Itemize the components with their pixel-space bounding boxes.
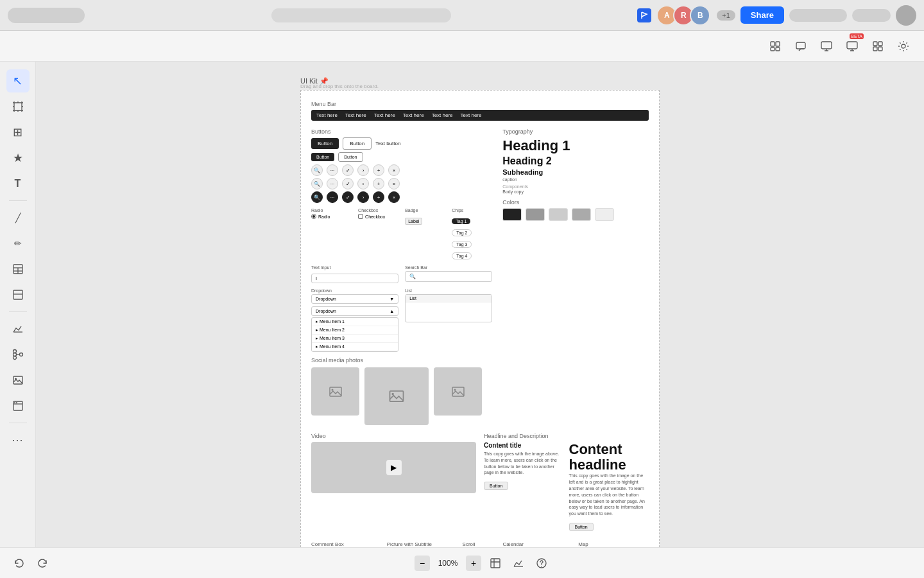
more-tool[interactable]: ··· bbox=[6, 428, 30, 451]
chip-1[interactable]: Tag 1 bbox=[452, 218, 470, 224]
dropdown-section: Dropdown Dropdown ▼ Dropdown ▲ bbox=[311, 288, 398, 352]
icon-btn-check[interactable]: ✓ bbox=[342, 164, 354, 176]
main-content-row: Buttons Button Button Text button Button… bbox=[311, 128, 649, 357]
components-tool[interactable]: ⊞ bbox=[6, 121, 30, 144]
icon-btn-plus[interactable]: + bbox=[373, 164, 384, 176]
canvas-area[interactable]: UI Kit 📌 Drag and drop this onto the boa… bbox=[36, 62, 924, 547]
dropdown-open-value: Dropdown bbox=[316, 309, 336, 313]
line-tool[interactable]: ╱ bbox=[6, 206, 30, 229]
caption: caption bbox=[502, 177, 638, 182]
comments-icon[interactable] bbox=[791, 36, 811, 57]
headline-button[interactable]: Button bbox=[569, 523, 594, 531]
color-row bbox=[502, 208, 638, 221]
icon-btn-search-2[interactable]: 🔍 bbox=[311, 178, 323, 189]
play-button[interactable]: ▶ bbox=[386, 460, 402, 475]
icon-btn-x-dark[interactable]: × bbox=[388, 191, 400, 203]
bottom-section: Video ▶ Headline and Description Content… bbox=[311, 433, 649, 534]
sticky-tool[interactable] bbox=[6, 283, 30, 306]
dropdown-item-1[interactable]: ▸ Menu Item 1 bbox=[312, 318, 398, 326]
bottom-toolbar-left bbox=[10, 554, 51, 572]
chart-tool[interactable] bbox=[6, 317, 30, 340]
share-button[interactable]: Share bbox=[740, 6, 784, 24]
svg-rect-3 bbox=[776, 48, 780, 51]
checkbox-label: Checkbox bbox=[358, 208, 398, 213]
topbar-breadcrumb bbox=[271, 8, 451, 22]
content-button[interactable]: Button bbox=[484, 482, 508, 490]
fit-screen-button[interactable] bbox=[486, 554, 504, 572]
beta-icon[interactable]: BETA bbox=[842, 36, 862, 57]
comment-box-label: Comment Box bbox=[311, 541, 382, 547]
small-primary-button[interactable]: Button bbox=[311, 153, 334, 161]
radio-item[interactable]: Radio bbox=[311, 214, 352, 219]
svg-point-48 bbox=[454, 389, 456, 390]
dropdown-open[interactable]: Dropdown ▲ bbox=[311, 306, 398, 316]
search-input-wrap: 🔍 bbox=[405, 271, 492, 282]
present-icon[interactable] bbox=[816, 36, 837, 57]
flag-icon[interactable] bbox=[637, 8, 651, 22]
embed-tool[interactable] bbox=[6, 394, 30, 417]
icon-btn-check-dark[interactable]: ✓ bbox=[342, 191, 354, 203]
checkbox-box[interactable] bbox=[358, 214, 363, 219]
dropdown-item-2[interactable]: ▸ Menu Item 2 bbox=[312, 326, 398, 335]
frame-tool[interactable] bbox=[6, 95, 30, 118]
image-tool[interactable] bbox=[6, 369, 30, 392]
topbar-right: A R B +1 Share bbox=[637, 5, 916, 26]
text-button[interactable]: Text button bbox=[375, 141, 400, 146]
photo-3 bbox=[434, 367, 482, 416]
text-input-field[interactable] bbox=[311, 274, 398, 283]
icon-btn-chevron-right-2[interactable]: › bbox=[357, 178, 369, 189]
small-secondary-button[interactable]: Button bbox=[338, 152, 363, 162]
secondary-button[interactable]: Button bbox=[343, 137, 372, 150]
icon-btn-x[interactable]: × bbox=[388, 164, 400, 176]
heading-2: Heading 2 bbox=[502, 155, 638, 167]
dropdown-closed[interactable]: Dropdown ▼ bbox=[311, 294, 398, 304]
menubar-item-5: Text here bbox=[432, 112, 453, 118]
badge-item: Label bbox=[405, 218, 422, 225]
dropdown-item-4[interactable]: ▸ Menu Item 4 bbox=[312, 343, 398, 351]
dropdown-sections: Dropdown Dropdown ▼ Dropdown ▲ bbox=[311, 288, 492, 352]
sidebar-divider-2 bbox=[9, 311, 27, 312]
settings-icon[interactable] bbox=[893, 36, 914, 57]
icon-btn-chevron-right[interactable]: › bbox=[357, 164, 369, 176]
icon-btn-check-2[interactable]: ✓ bbox=[342, 178, 354, 189]
icon-btn-more[interactable]: ··· bbox=[327, 164, 338, 176]
icon-btn-search-dark[interactable]: 🔍 bbox=[311, 191, 323, 203]
table-tool[interactable] bbox=[6, 258, 30, 281]
star-tool[interactable]: ★ bbox=[6, 146, 30, 170]
svg-rect-8 bbox=[878, 42, 882, 46]
icon-btn-plus-2[interactable]: + bbox=[373, 178, 384, 189]
help-button[interactable] bbox=[533, 554, 551, 572]
chip-2[interactable]: Tag 2 bbox=[452, 229, 472, 236]
user-avatar[interactable] bbox=[896, 5, 916, 26]
checkbox-item[interactable]: Checkbox bbox=[358, 214, 398, 219]
search-bar-label: Search Bar bbox=[405, 265, 492, 270]
undo-button[interactable] bbox=[10, 554, 28, 572]
pen-tool[interactable]: ✏ bbox=[6, 232, 30, 255]
badge-label: Badge bbox=[405, 208, 445, 213]
flow-tool[interactable] bbox=[6, 343, 30, 366]
color-swatch-1 bbox=[502, 208, 522, 221]
pages-icon[interactable] bbox=[765, 36, 785, 57]
zoom-in-button[interactable]: + bbox=[466, 556, 481, 571]
text-tool[interactable]: T bbox=[6, 172, 30, 195]
icon-btn-more-dark[interactable]: ··· bbox=[327, 191, 338, 203]
chart-view-button[interactable] bbox=[509, 554, 527, 572]
content-body: This copy goes with the image above. To … bbox=[484, 451, 564, 476]
radio-dot[interactable] bbox=[311, 214, 316, 219]
svg-rect-7 bbox=[873, 42, 877, 46]
icon-btn-more-2[interactable]: ··· bbox=[327, 178, 338, 189]
grid-view-icon[interactable] bbox=[868, 36, 888, 57]
select-tool[interactable]: ↖ bbox=[6, 69, 30, 92]
radio-label: Radio bbox=[311, 208, 352, 213]
redo-button[interactable] bbox=[33, 554, 51, 572]
chip-3[interactable]: Tag 3 bbox=[452, 241, 472, 248]
zoom-out-button[interactable]: − bbox=[415, 556, 430, 571]
primary-button[interactable]: Button bbox=[311, 138, 339, 149]
icon-btn-plus-dark[interactable]: + bbox=[373, 191, 384, 203]
icon-btn-search[interactable]: 🔍 bbox=[311, 164, 323, 176]
main-area: ↖ ⊞ ★ T ╱ ✏ ··· bbox=[0, 62, 924, 547]
dropdown-item-3[interactable]: ▸ Menu Item 3 bbox=[312, 335, 398, 343]
chip-4[interactable]: Tag 4 bbox=[452, 252, 472, 259]
icon-btn-chevron-dark[interactable]: › bbox=[357, 191, 369, 203]
icon-btn-x-2[interactable]: × bbox=[388, 178, 400, 189]
